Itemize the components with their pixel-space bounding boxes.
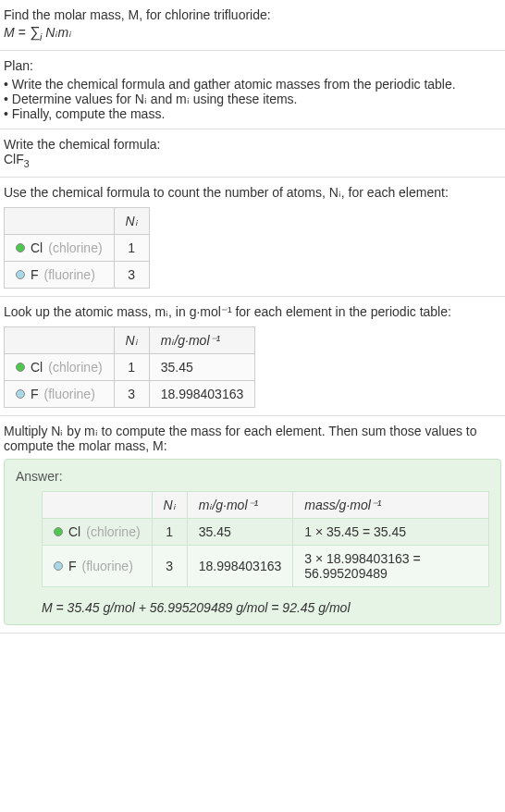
ni-value: 1 bbox=[114, 234, 149, 261]
formula-subscript: 3 bbox=[24, 158, 30, 169]
intro-section: Find the molar mass, M, for chlorine tri… bbox=[0, 0, 505, 51]
plan-item: Determine values for Nᵢ and mᵢ using the… bbox=[4, 92, 501, 106]
chemical-formula-heading: Write the chemical formula: bbox=[4, 137, 501, 152]
mi-value: 35.45 bbox=[149, 353, 255, 380]
element-name: (chlorine) bbox=[48, 360, 102, 375]
empty-header bbox=[5, 207, 115, 234]
empty-header bbox=[5, 326, 115, 353]
element-dot-icon bbox=[16, 363, 25, 372]
element-name: (chlorine) bbox=[48, 240, 102, 255]
mass-section: Look up the atomic mass, mᵢ, in g·mol⁻¹ … bbox=[0, 297, 505, 416]
table-row: Cl (chlorine) 1 35.45 1 × 35.45 = 35.45 bbox=[43, 518, 489, 545]
count-heading: Use the chemical formula to count the nu… bbox=[4, 185, 501, 200]
element-symbol: Cl bbox=[31, 360, 43, 375]
table-row: Cl (chlorine) 1 35.45 bbox=[5, 353, 255, 380]
mi-header: mᵢ/g·mol⁻¹ bbox=[187, 491, 293, 518]
mass-header: mass/g·mol⁻¹ bbox=[293, 491, 489, 518]
formula-lhs: M = bbox=[4, 25, 30, 40]
element-cell: F (fluorine) bbox=[5, 380, 115, 407]
count-section: Use the chemical formula to count the nu… bbox=[0, 178, 505, 297]
element-name: (fluorine) bbox=[82, 559, 133, 573]
ni-value: 1 bbox=[114, 353, 149, 380]
multiply-heading: Multiply Nᵢ by mᵢ to compute the mass fo… bbox=[4, 424, 501, 453]
mass-table: Nᵢ mᵢ/g·mol⁻¹ Cl (chlorine) 1 35.45 F (f… bbox=[4, 326, 255, 408]
table-header-row: Nᵢ mᵢ/g·mol⁻¹ bbox=[5, 326, 255, 353]
final-formula: M = 35.45 g/mol + 56.995209489 g/mol = 9… bbox=[42, 600, 489, 615]
table-row: F (fluorine) 3 bbox=[5, 261, 150, 288]
element-dot-icon bbox=[16, 389, 25, 399]
intro-prompt: Find the molar mass, M, for chlorine tri… bbox=[4, 7, 501, 22]
mass-value: 1 × 35.45 = 35.45 bbox=[293, 518, 489, 545]
element-symbol: Cl bbox=[31, 240, 43, 255]
element-symbol: Cl bbox=[68, 524, 80, 539]
plan-section: Plan: Write the chemical formula and gat… bbox=[0, 51, 505, 129]
formula-base: ClF bbox=[4, 152, 24, 166]
table-header-row: Nᵢ bbox=[5, 207, 150, 234]
ni-value: 1 bbox=[152, 518, 187, 545]
element-symbol: F bbox=[31, 387, 39, 401]
element-cell: F (fluorine) bbox=[43, 545, 153, 586]
element-dot-icon bbox=[54, 527, 63, 536]
mi-value: 18.998403163 bbox=[149, 380, 255, 407]
count-table: Nᵢ Cl (chlorine) 1 F (fluorine) 3 bbox=[4, 207, 150, 289]
element-dot-icon bbox=[16, 270, 25, 279]
element-name: (fluorine) bbox=[44, 267, 95, 282]
element-symbol: F bbox=[31, 267, 39, 282]
answer-label: Answer: bbox=[16, 469, 489, 484]
ni-header: Nᵢ bbox=[114, 326, 149, 353]
formula-rhs: Nᵢmᵢ bbox=[42, 25, 71, 40]
table-row: Cl (chlorine) 1 bbox=[5, 234, 150, 261]
plan-list: Write the chemical formula and gather at… bbox=[4, 77, 501, 121]
element-name: (chlorine) bbox=[86, 524, 140, 539]
mi-header: mᵢ/g·mol⁻¹ bbox=[149, 326, 255, 353]
element-cell: F (fluorine) bbox=[5, 261, 115, 288]
ni-header: Nᵢ bbox=[152, 491, 187, 518]
mi-value: 18.998403163 bbox=[187, 545, 293, 586]
answer-table: Nᵢ mᵢ/g·mol⁻¹ mass/g·mol⁻¹ Cl (chlorine)… bbox=[42, 491, 489, 587]
ni-value: 3 bbox=[114, 380, 149, 407]
ni-header: Nᵢ bbox=[114, 207, 149, 234]
table-row: F (fluorine) 3 18.998403163 bbox=[5, 380, 255, 407]
mass-heading: Look up the atomic mass, mᵢ, in g·mol⁻¹ … bbox=[4, 304, 501, 319]
plan-heading: Plan: bbox=[4, 58, 501, 73]
sum-symbol: ∑ bbox=[30, 24, 40, 40]
answer-box: Answer: Nᵢ mᵢ/g·mol⁻¹ mass/g·mol⁻¹ Cl (c… bbox=[4, 459, 501, 625]
table-row: F (fluorine) 3 18.998403163 3 × 18.99840… bbox=[43, 545, 489, 586]
intro-formula: M = ∑i Nᵢmᵢ bbox=[4, 24, 501, 43]
element-name: (fluorine) bbox=[44, 387, 95, 401]
empty-header bbox=[43, 491, 153, 518]
element-dot-icon bbox=[54, 561, 63, 571]
ni-value: 3 bbox=[114, 261, 149, 288]
plan-item: Write the chemical formula and gather at… bbox=[4, 77, 501, 92]
element-symbol: F bbox=[68, 559, 77, 573]
element-cell: Cl (chlorine) bbox=[5, 353, 115, 380]
plan-item: Finally, compute the mass. bbox=[4, 106, 501, 121]
chemical-formula-section: Write the chemical formula: ClF3 bbox=[0, 129, 505, 178]
element-cell: Cl (chlorine) bbox=[5, 234, 115, 261]
ni-value: 3 bbox=[152, 545, 187, 586]
element-dot-icon bbox=[16, 243, 25, 252]
multiply-section: Multiply Nᵢ by mᵢ to compute the mass fo… bbox=[0, 416, 505, 634]
mi-value: 35.45 bbox=[187, 518, 293, 545]
element-cell: Cl (chlorine) bbox=[43, 518, 153, 545]
table-header-row: Nᵢ mᵢ/g·mol⁻¹ mass/g·mol⁻¹ bbox=[43, 491, 489, 518]
mass-value: 3 × 18.998403163 = 56.995209489 bbox=[293, 545, 489, 586]
chemical-formula: ClF3 bbox=[4, 152, 501, 169]
